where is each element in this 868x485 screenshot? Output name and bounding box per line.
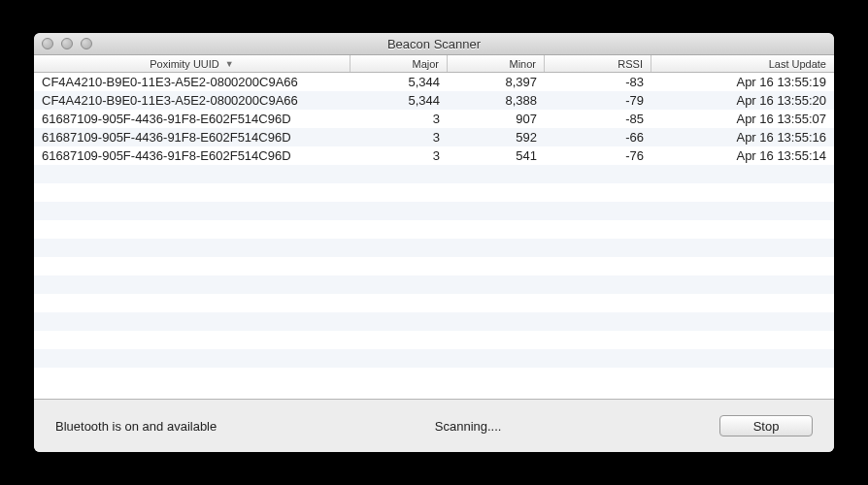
cell-uuid: CF4A4210-B9E0-11E3-A5E2-0800200C9A66 xyxy=(34,75,351,89)
column-major[interactable]: Major xyxy=(351,55,448,72)
bluetooth-status: Bluetooth is on and available xyxy=(55,419,217,434)
column-last-update[interactable]: Last Update xyxy=(651,55,834,72)
table-row[interactable] xyxy=(34,202,834,220)
sort-descending-icon: ▼ xyxy=(225,59,234,69)
cell-rssi: -66 xyxy=(545,130,651,145)
cell-major: 3 xyxy=(351,130,448,145)
table-row[interactable] xyxy=(34,165,834,183)
table-row[interactable] xyxy=(34,312,834,331)
table-row[interactable] xyxy=(34,183,834,202)
table-row[interactable] xyxy=(34,368,834,386)
table-row[interactable] xyxy=(34,239,834,257)
app-window: Beacon Scanner Poximity UUID ▼ Major Min… xyxy=(34,33,834,452)
titlebar[interactable]: Beacon Scanner xyxy=(34,33,834,55)
close-icon[interactable] xyxy=(42,38,53,49)
cell-major: 3 xyxy=(351,148,448,163)
cell-major: 5,344 xyxy=(351,75,448,89)
column-minor-label: Minor xyxy=(509,58,536,70)
status-bar: Bluetooth is on and available Scanning..… xyxy=(34,400,834,452)
column-rssi-label: RSSI xyxy=(618,58,643,70)
cell-minor: 8,388 xyxy=(448,93,545,108)
cell-last-update: Apr 16 13:55:19 xyxy=(651,75,834,89)
window-title: Beacon Scanner xyxy=(34,37,834,51)
scanning-status: Scanning.... xyxy=(217,419,719,434)
table-row[interactable]: CF4A4210-B9E0-11E3-A5E2-0800200C9A665,34… xyxy=(34,73,834,91)
cell-last-update: Apr 16 13:55:16 xyxy=(651,130,834,145)
cell-last-update: Apr 16 13:55:07 xyxy=(651,112,834,126)
cell-minor: 541 xyxy=(448,148,545,163)
zoom-icon[interactable] xyxy=(81,38,92,49)
cell-major: 5,344 xyxy=(351,93,448,108)
cell-minor: 8,397 xyxy=(448,75,545,89)
table-row[interactable] xyxy=(34,294,834,312)
table-row[interactable] xyxy=(34,275,834,294)
cell-uuid: 61687109-905F-4436-91F8-E602F514C96D xyxy=(34,112,351,126)
cell-uuid: 61687109-905F-4436-91F8-E602F514C96D xyxy=(34,130,351,145)
table-row[interactable] xyxy=(34,220,834,239)
cell-last-update: Apr 16 13:55:14 xyxy=(651,148,834,163)
cell-rssi: -79 xyxy=(545,93,651,108)
cell-rssi: -85 xyxy=(545,112,651,126)
table-row[interactable]: 61687109-905F-4436-91F8-E602F514C96D3592… xyxy=(34,128,834,146)
cell-major: 3 xyxy=(351,112,448,126)
column-uuid-label: Poximity UUID xyxy=(150,58,219,70)
cell-rssi: -83 xyxy=(545,75,651,89)
minimize-icon[interactable] xyxy=(61,38,73,49)
cell-last-update: Apr 16 13:55:20 xyxy=(651,93,834,108)
column-uuid[interactable]: Poximity UUID ▼ xyxy=(34,55,351,72)
column-minor[interactable]: Minor xyxy=(448,55,545,72)
cell-rssi: -76 xyxy=(545,148,651,163)
cell-uuid: 61687109-905F-4436-91F8-E602F514C96D xyxy=(34,148,351,163)
cell-minor: 592 xyxy=(448,130,545,145)
column-rssi[interactable]: RSSI xyxy=(545,55,651,72)
table-row[interactable] xyxy=(34,349,834,368)
column-major-label: Major xyxy=(412,58,439,70)
table-row[interactable]: 61687109-905F-4436-91F8-E602F514C96D3907… xyxy=(34,110,834,128)
table-row[interactable] xyxy=(34,331,834,349)
table-row[interactable] xyxy=(34,257,834,275)
cell-uuid: CF4A4210-B9E0-11E3-A5E2-0800200C9A66 xyxy=(34,93,351,108)
table-row[interactable]: 61687109-905F-4436-91F8-E602F514C96D3541… xyxy=(34,146,834,165)
table-row[interactable]: CF4A4210-B9E0-11E3-A5E2-0800200C9A665,34… xyxy=(34,91,834,110)
stop-button[interactable]: Stop xyxy=(719,415,813,436)
table-body[interactable]: CF4A4210-B9E0-11E3-A5E2-0800200C9A665,34… xyxy=(34,73,834,399)
table-header: Poximity UUID ▼ Major Minor RSSI Last Up… xyxy=(34,55,834,73)
column-last-label: Last Update xyxy=(769,58,826,70)
cell-minor: 907 xyxy=(448,112,545,126)
